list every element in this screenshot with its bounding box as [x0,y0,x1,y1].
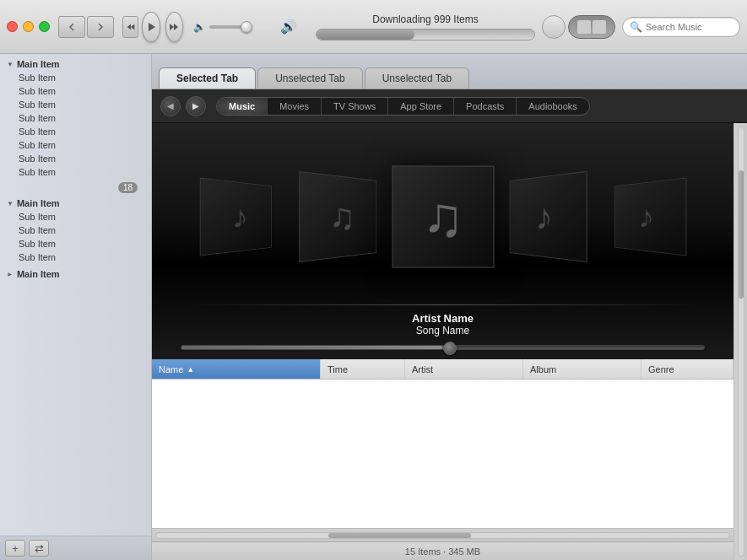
media-tab-appstore[interactable]: App Store [388,98,454,115]
search-input[interactable] [646,22,730,32]
sort-arrow: ▲ [187,365,194,374]
sidebar-main-label-1: Main Item [17,59,60,69]
status-bar: 15 Items · 345 MB [152,541,733,560]
content-with-scroll: ♪ ♫ ♫ ♪ ♪ [152,123,747,560]
media-tab-movies[interactable]: Movies [268,98,322,115]
th-artist[interactable]: Artist [405,359,523,379]
sidebar-main-item-1[interactable]: ▼ Main Item [0,57,151,71]
th-genre[interactable]: Genre [641,359,733,379]
sidebar-sub-item-2-3[interactable]: Sub Item [0,237,151,250]
search-icon: 🔍 [630,21,642,33]
sidebar-sub-item-1-1[interactable]: Sub Item [0,71,151,84]
tab-unselected-2[interactable]: Unselected Tab [365,67,470,89]
sidebar-main-item-2[interactable]: ▼ Main Item [0,197,151,210]
album-left-near[interactable]: ♫ [299,171,376,262]
svg-marker-1 [131,24,134,30]
close-button[interactable] [7,21,18,32]
sidebar-main-label-3: Main Item [17,269,60,279]
table-header: Name ▲ Time Artist Album [152,359,733,380]
th-album[interactable]: Album [523,359,641,379]
tab-unselected-1[interactable]: Unselected Tab [257,67,363,89]
badge-row: 18 [0,182,151,193]
fast-forward-button[interactable] [165,12,183,42]
shuffle-button[interactable]: ⇄ [29,540,49,557]
circle-view-btn-2[interactable] [568,15,615,39]
sidebar-main-item-3[interactable]: ▼ Main Item [0,267,151,281]
sidebar-sub-item-1-2[interactable]: Sub Item [0,84,151,98]
play-button[interactable] [142,12,160,42]
tab-bar: Selected Tab Unselected Tab Unselected T… [152,54,747,89]
collapse-icon-1: ▼ [7,61,14,68]
album-center[interactable]: ♫ [392,166,494,268]
h-scroll-track[interactable] [155,532,730,539]
media-tab-audiobooks[interactable]: Audiobooks [517,98,589,115]
maximize-button[interactable] [39,21,50,32]
albums-row: ♪ ♫ ♫ ♪ ♪ [152,132,733,301]
volume-slider[interactable] [209,25,277,29]
table-area: Name ▲ Time Artist Album [152,359,733,528]
sidebar-section-2: ▼ Main Item Sub Item Sub Item Sub Item S… [0,197,151,264]
sidebar-sub-item-1-6[interactable]: Sub Item [0,138,151,152]
cover-flow: ♪ ♫ ♫ ♪ ♪ [152,123,733,359]
status-text: 15 Items · 345 MB [405,547,480,557]
back-forward-controls [58,16,114,38]
badge: 18 [118,182,138,193]
volume-low-icon: 🔈 [193,21,206,33]
collapse-icon-2: ▼ [7,200,14,207]
album-right-far[interactable]: ♪ [614,177,686,256]
music-note-icon-4: ♪ [535,195,553,239]
add-item-button[interactable]: + [5,540,25,557]
sidebar-sub-item-1-7[interactable]: Sub Item [0,152,151,165]
h-scroll-thumb [328,533,472,538]
th-time[interactable]: Time [321,359,405,379]
sidebar-sub-item-2-1[interactable]: Sub Item [0,210,151,223]
sidebar-sub-item-2-4[interactable]: Sub Item [0,250,151,264]
content-area: Selected Tab Unselected Tab Unselected T… [152,54,747,560]
reflection-line [181,304,704,305]
album-left-far[interactable]: ♪ [199,177,271,256]
media-tab-podcasts[interactable]: Podcasts [454,98,517,115]
sidebar-sub-item-1-4[interactable]: Sub Item [0,111,151,125]
toolbar-back-button[interactable]: ◀ [160,96,181,116]
scrubber-thumb [443,342,457,355]
v-scroll-track[interactable] [738,127,744,557]
th-name[interactable]: Name ▲ [152,359,321,379]
toolbar: ◀ ▶ Music Movies TV Shows App Store Podc… [152,89,747,123]
sidebar-spacer [0,284,151,536]
sidebar-sub-item-1-5[interactable]: Sub Item [0,125,151,138]
table-body [152,380,733,528]
music-note-icon-5: ♪ [638,198,654,235]
sidebar-section-3: ▼ Main Item [0,267,151,281]
minimize-button[interactable] [23,21,34,32]
sidebar: ▼ Main Item Sub Item Sub Item Sub Item S… [0,54,152,560]
h-scrollbar[interactable] [152,528,733,541]
view-icon-1 [577,20,591,34]
song-name: Song Name [412,325,474,337]
sidebar-main-label-2: Main Item [17,198,60,208]
search-box[interactable]: 🔍 [622,17,740,37]
v-scrollbar[interactable] [733,123,747,560]
svg-marker-2 [149,23,155,31]
album-right-near[interactable]: ♪ [509,171,587,262]
circle-view-btn-1[interactable] [542,15,566,39]
sidebar-sub-item-2-2[interactable]: Sub Item [0,223,151,237]
main-layout: ▼ Main Item Sub Item Sub Item Sub Item S… [0,54,747,560]
download-area: Downloading 999 Items [316,13,535,40]
sidebar-section-1: ▼ Main Item Sub Item Sub Item Sub Item S… [0,57,151,179]
sidebar-sub-item-1-3[interactable]: Sub Item [0,98,151,111]
rewind-button[interactable] [122,16,138,38]
sidebar-sub-item-1-8[interactable]: Sub Item [0,165,151,179]
back-button[interactable] [58,16,85,38]
tab-selected[interactable]: Selected Tab [159,67,256,89]
media-tab-tvshows[interactable]: TV Shows [322,98,388,115]
progress-bar-container [316,29,535,40]
media-tab-music[interactable]: Music [217,98,268,115]
music-note-icon-3: ♫ [422,185,464,249]
toolbar-forward-button[interactable]: ▶ [186,96,206,116]
scrubber[interactable] [181,345,704,350]
circle-view-buttons [542,15,615,39]
titlebar: 🔈 🔊 Downloading 999 Items 🔍 [0,0,747,54]
traffic-lights [7,21,50,32]
content-inner: ♪ ♫ ♫ ♪ ♪ [152,123,733,560]
forward-button[interactable] [87,16,114,38]
